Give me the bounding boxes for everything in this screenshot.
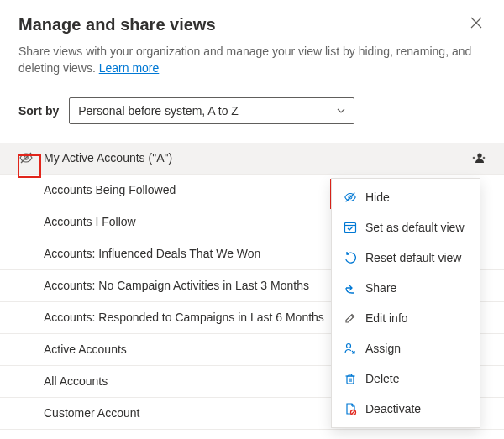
view-row[interactable]: Customers	[0, 430, 504, 439]
svg-point-3	[473, 157, 475, 159]
close-icon	[470, 17, 482, 29]
pencil-icon	[344, 311, 357, 325]
sort-by-label: Sort by	[18, 104, 59, 118]
menu-label: Delete	[365, 372, 399, 385]
assign-icon	[344, 342, 357, 355]
hidden-eye-icon	[18, 150, 44, 165]
default-view-icon	[344, 221, 357, 234]
menu-set-default[interactable]: Set as default view	[332, 212, 480, 243]
svg-point-4	[478, 157, 480, 159]
view-label: My Active Accounts ("A")	[44, 151, 469, 165]
view-row[interactable]: My Active Accounts ("A")	[0, 143, 504, 175]
menu-assign[interactable]: Assign	[332, 333, 480, 363]
context-menu: Hide Set as default view Reset default v…	[331, 178, 480, 428]
menu-label: Reset default view	[365, 251, 461, 264]
svg-rect-12	[347, 376, 354, 384]
close-button[interactable]	[467, 15, 486, 30]
menu-label: Assign	[365, 342, 401, 355]
menu-delete[interactable]: Delete	[332, 363, 480, 394]
deactivate-icon	[344, 402, 357, 415]
menu-reset-default[interactable]: Reset default view	[332, 243, 480, 273]
menu-label: Share	[365, 281, 396, 295]
trash-icon	[344, 372, 357, 385]
svg-rect-8	[345, 223, 356, 233]
menu-hide[interactable]: Hide	[332, 182, 480, 212]
menu-label: Set as default view	[365, 221, 465, 234]
sort-by-select[interactable]: Personal before system, A to Z	[69, 97, 354, 124]
dialog-title: Manage and share views	[18, 15, 216, 34]
menu-label: Hide	[365, 191, 390, 204]
svg-point-5	[483, 157, 486, 159]
menu-deactivate[interactable]: Deactivate	[332, 394, 480, 424]
svg-point-11	[347, 344, 351, 348]
learn-more-link[interactable]: Learn more	[99, 61, 160, 75]
hide-icon	[344, 191, 357, 204]
description-text: Share views with your organization and m…	[18, 44, 471, 75]
sort-by-value: Personal before system, A to Z	[78, 104, 239, 118]
reset-icon	[344, 251, 357, 264]
menu-edit-info[interactable]: Edit info	[332, 303, 480, 333]
more-icon	[472, 156, 486, 159]
menu-label: Deactivate	[365, 402, 421, 415]
dialog-description: Share views with your organization and m…	[18, 43, 472, 77]
more-options-button[interactable]	[472, 156, 486, 159]
menu-label: Edit info	[365, 311, 408, 325]
share-icon	[344, 281, 357, 295]
menu-share[interactable]: Share	[332, 273, 480, 303]
